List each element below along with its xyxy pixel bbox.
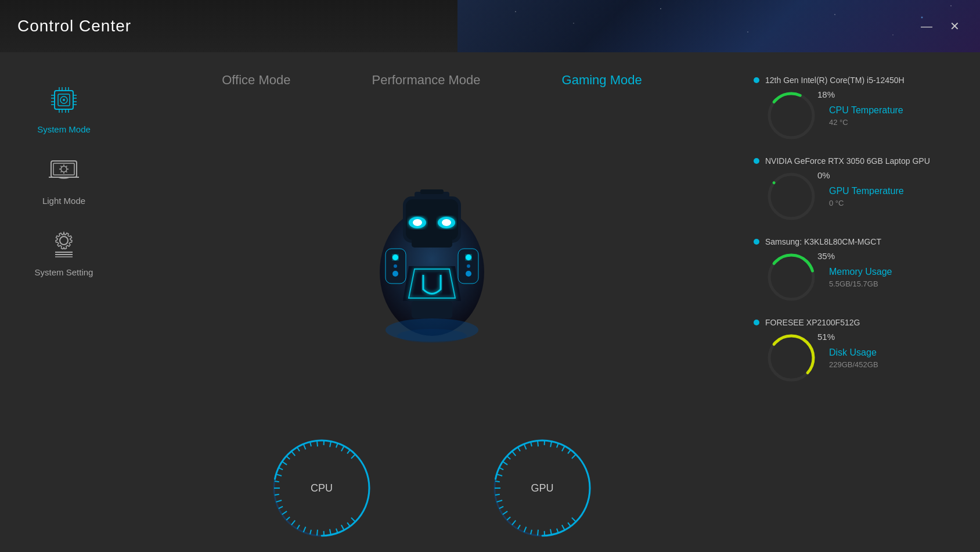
svg-line-115: [499, 468, 503, 469]
gaming-mode-btn[interactable]: Gaming Mode: [556, 70, 648, 91]
gpu-dot: [754, 158, 759, 164]
svg-line-87: [317, 440, 318, 446]
svg-line-118: [512, 451, 516, 456]
svg-line-28: [66, 171, 67, 173]
svg-line-116: [503, 461, 507, 465]
svg-line-106: [512, 521, 516, 525]
svg-line-85: [304, 444, 306, 449]
svg-point-132: [765, 170, 817, 223]
sidebar-item-system-mode-label: System Mode: [37, 124, 91, 134]
content-area: Office Mode Performance Mode Gaming Mode: [128, 52, 736, 552]
svg-line-76: [275, 494, 279, 495]
svg-line-111: [495, 494, 500, 495]
office-mode-btn[interactable]: Office Mode: [216, 70, 296, 91]
svg-rect-55: [412, 236, 452, 248]
svg-line-80: [279, 468, 283, 469]
bottom-gauges: CPU: [139, 436, 725, 540]
gpu-device-name: NVIDIA GeForce RTX 3050 6GB Laptop GPU: [754, 156, 963, 166]
light-mode-icon: [46, 154, 81, 191]
svg-line-110: [497, 500, 503, 502]
right-panel: 12th Gen Intel(R) Core(TM) i5-12450H 18%…: [736, 52, 980, 552]
svg-point-136: [765, 332, 817, 384]
svg-line-114: [497, 474, 503, 476]
svg-point-42: [442, 219, 451, 226]
svg-line-70: [297, 525, 300, 529]
svg-line-113: [495, 481, 500, 482]
svg-line-82: [286, 456, 290, 459]
svg-point-49: [394, 264, 397, 268]
svg-line-107: [507, 517, 510, 520]
svg-line-103: [531, 530, 532, 535]
system-mode-icon: [46, 83, 81, 120]
svg-line-121: [531, 442, 532, 446]
sidebar-item-light-mode[interactable]: Light Mode: [12, 147, 116, 213]
disk-dot: [754, 320, 759, 325]
svg-line-108: [503, 511, 507, 515]
sidebar-item-system-mode[interactable]: System Mode: [12, 76, 116, 141]
svg-line-29: [66, 166, 67, 167]
gpu-temp-percent: 0%: [817, 170, 830, 180]
cpu-gauge-container: CPU: [269, 436, 374, 540]
disk-info: Disk Usage 229GB/452GB: [829, 347, 878, 369]
sidebar-item-system-setting-label: System Setting: [35, 267, 93, 277]
svg-line-30: [61, 171, 62, 173]
disk-device-section: FORESEE XP2100F512G 51% Disk Usage 229GB…: [754, 318, 963, 384]
cpu-device-stats: 18% CPU Temperature 42 °C: [765, 89, 963, 142]
svg-point-48: [466, 255, 471, 260]
performance-mode-btn[interactable]: Performance Mode: [366, 70, 486, 91]
svg-line-105: [518, 525, 520, 529]
svg-line-72: [286, 517, 290, 520]
cpu-temp-gauge: 18%: [765, 89, 817, 142]
svg-point-32: [60, 236, 68, 245]
svg-line-102: [538, 530, 538, 536]
gpu-temp-info: GPU Temperature 0 °C: [829, 186, 904, 207]
svg-point-47: [392, 255, 398, 260]
svg-point-41: [413, 219, 422, 226]
memory-device-section: Samsung: K3KL8L80CM-MGCT 35% Memory Usag…: [754, 237, 963, 303]
svg-point-58: [397, 329, 467, 343]
svg-line-109: [499, 507, 503, 508]
svg-line-78: [275, 481, 279, 482]
gpu-device-section: NVIDIA GeForce RTX 3050 6GB Laptop GPU 0…: [754, 156, 963, 223]
svg-line-86: [310, 442, 311, 446]
svg-line-79: [276, 474, 282, 476]
cpu-gauge-label: CPU: [311, 482, 333, 494]
svg-line-68: [310, 530, 311, 535]
minimize-button[interactable]: —: [918, 16, 935, 36]
cpu-device-section: 12th Gen Intel(R) Core(TM) i5-12450H 18%…: [754, 76, 963, 142]
svg-line-62: [347, 522, 350, 526]
gpu-gauge-label: GPU: [531, 482, 553, 494]
memory-device-stats: 35% Memory Usage 5.5GB/15.7GB: [765, 251, 963, 303]
memory-info: Memory Usage 5.5GB/15.7GB: [829, 267, 892, 288]
svg-line-92: [347, 450, 350, 453]
svg-line-71: [291, 521, 295, 525]
gpu-gauge: GPU: [490, 436, 595, 540]
svg-line-74: [279, 507, 283, 508]
svg-line-100: [550, 529, 552, 535]
cpu-temp-info: CPU Temperature 42 °C: [829, 105, 903, 127]
svg-line-75: [276, 500, 282, 502]
sidebar-item-light-mode-label: Light Mode: [42, 196, 85, 206]
svg-line-98: [562, 525, 565, 531]
svg-line-65: [330, 529, 331, 535]
sidebar-item-system-setting[interactable]: System Setting: [12, 218, 116, 284]
svg-line-99: [557, 529, 559, 533]
svg-line-120: [524, 444, 527, 449]
close-button[interactable]: ✕: [947, 16, 963, 36]
memory-gauge: 35%: [765, 251, 817, 303]
svg-point-130: [765, 89, 817, 142]
titlebar: Control Center — ✕: [0, 0, 980, 52]
svg-line-128: [572, 454, 576, 458]
svg-line-63: [341, 525, 344, 531]
svg-rect-54: [420, 189, 444, 194]
gpu-device-stats: 0% GPU Temperature 0 °C: [765, 170, 963, 223]
svg-line-91: [341, 446, 344, 451]
svg-rect-56: [412, 301, 452, 318]
window-controls: — ✕: [918, 16, 963, 36]
gpu-temp-gauge: 0%: [765, 170, 817, 223]
svg-line-124: [550, 442, 552, 447]
svg-line-126: [562, 446, 565, 451]
svg-line-27: [61, 166, 62, 167]
system-setting-icon: [46, 225, 81, 263]
svg-point-134: [765, 251, 817, 303]
